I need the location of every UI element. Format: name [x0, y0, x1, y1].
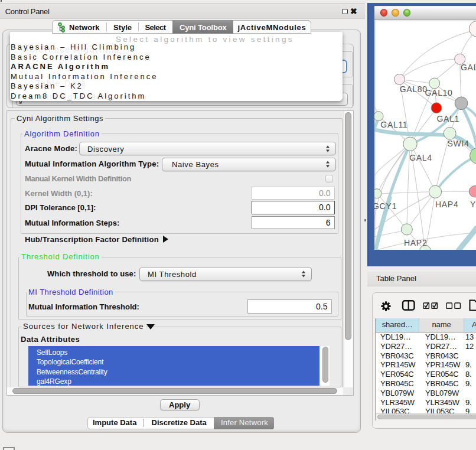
- svg-text:HAP4: HAP4: [435, 200, 458, 209]
- svg-text:GAL7: GAL7: [461, 63, 476, 72]
- svg-text:GAL11: GAL11: [380, 120, 407, 129]
- svg-text:HAP2: HAP2: [404, 237, 427, 247]
- svg-text:GAL10: GAL10: [425, 88, 453, 97]
- svg-text:GAL1: GAL1: [437, 114, 460, 123]
- svg-text:GCY1: GCY1: [374, 201, 397, 210]
- svg-text:GAL80: GAL80: [400, 84, 428, 93]
- svg-text:Y: Y: [470, 200, 476, 209]
- svg-text:GAL4: GAL4: [409, 153, 432, 162]
- svg-text:SWI4: SWI4: [448, 139, 470, 148]
